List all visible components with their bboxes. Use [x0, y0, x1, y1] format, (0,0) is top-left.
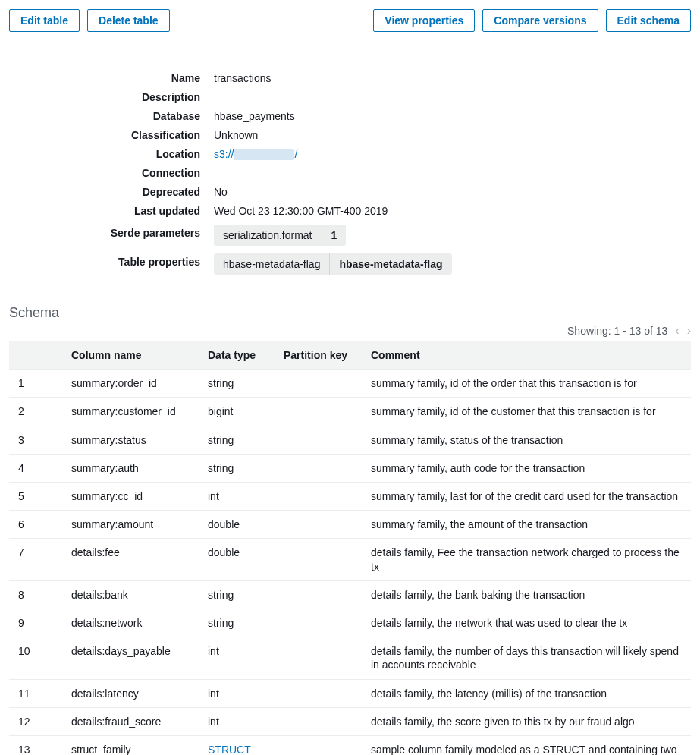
table-metadata: Name transactions Description Database h…	[9, 70, 691, 275]
cell-comment: details family, Fee the transaction netw…	[362, 539, 691, 580]
cell-partition-key	[275, 637, 362, 679]
cell-index: 3	[9, 426, 62, 454]
cell-column-name: details:fraud_score	[62, 707, 199, 735]
meta-label-location: Location	[9, 146, 214, 160]
cell-index: 5	[9, 483, 62, 511]
cell-index: 6	[9, 511, 62, 539]
serde-param-key: serialization.format	[214, 225, 322, 246]
cell-column-name: summary:cc_id	[62, 483, 199, 511]
table-row: 8details:bankstringdetails family, the b…	[9, 580, 691, 609]
delete-table-button[interactable]: Delete table	[87, 9, 170, 32]
pager-next-icon[interactable]: ›	[687, 324, 691, 338]
cell-partition-key	[275, 483, 362, 511]
cell-comment: details family, the latency (millis) of …	[362, 679, 691, 707]
toolbar: Edit table Delete table View properties …	[9, 9, 691, 32]
view-properties-button[interactable]: View properties	[373, 9, 475, 32]
cell-index: 7	[9, 539, 62, 580]
cell-column-name: summary:status	[62, 426, 199, 454]
col-header-partition-key[interactable]: Partition key	[275, 341, 362, 370]
cell-data-type: int	[199, 483, 275, 511]
cell-comment: summary family, id of the customer that …	[362, 398, 691, 426]
table-row: 4summary:authstringsummary family, auth …	[9, 454, 691, 482]
meta-label-table-properties: Table properties	[9, 253, 214, 268]
table-row: 10details:days_payableintdetails family,…	[9, 637, 691, 679]
meta-value-last-updated: Wed Oct 23 12:30:00 GMT-400 2019	[214, 203, 691, 217]
cell-data-type: double	[199, 511, 275, 539]
cell-comment: summary family, auth code for the transa…	[362, 454, 691, 482]
table-property-tag: hbase-metadata-flag hbase-metadata-flag	[214, 253, 452, 275]
schema-table: Column name Data type Partition key Comm…	[9, 341, 691, 755]
cell-column-name: summary:order_id	[62, 370, 199, 398]
cell-index: 4	[9, 454, 62, 482]
edit-table-button[interactable]: Edit table	[9, 9, 80, 32]
cell-index: 1	[9, 370, 62, 398]
col-header-column-name[interactable]: Column name	[62, 341, 199, 370]
cell-data-type: string	[199, 609, 275, 637]
cell-partition-key	[275, 609, 362, 637]
col-header-comment[interactable]: Comment	[362, 341, 691, 370]
table-row: 3summary:statusstringsummary family, sta…	[9, 426, 691, 454]
meta-value-location: s3:///	[214, 146, 691, 160]
table-row: 7details:feedoubledetails family, Fee th…	[9, 539, 691, 580]
cell-data-type: string	[199, 580, 275, 609]
schema-header-row: Column name Data type Partition key Comm…	[9, 341, 691, 370]
cell-index: 12	[9, 707, 62, 735]
cell-partition-key	[275, 735, 362, 755]
cell-column-name: details:days_payable	[62, 637, 199, 679]
meta-value-connection	[214, 165, 691, 167]
cell-partition-key	[275, 679, 362, 707]
meta-value-serde-parameters: serialization.format 1	[214, 225, 691, 246]
col-header-data-type[interactable]: Data type	[199, 341, 275, 370]
cell-index: 9	[9, 609, 62, 637]
cell-data-type: int	[199, 679, 275, 707]
meta-label-database: Database	[9, 108, 214, 122]
table-row: 1summary:order_idstringsummary family, i…	[9, 370, 691, 398]
cell-comment: sample column family modeled as a STRUCT…	[362, 735, 691, 755]
cell-partition-key	[275, 370, 362, 398]
toolbar-left: Edit table Delete table	[9, 9, 170, 32]
cell-data-type[interactable]: STRUCT	[199, 735, 275, 755]
pager-text: Showing: 1 - 13 of 13	[567, 325, 667, 337]
cell-column-name: details:latency	[62, 679, 199, 707]
cell-data-type: string	[199, 454, 275, 482]
meta-value-deprecated: No	[214, 184, 691, 198]
meta-value-description	[214, 89, 691, 91]
cell-comment: details family, the network that was use…	[362, 609, 691, 637]
cell-data-type: bigint	[199, 398, 275, 426]
location-prefix: s3://	[214, 148, 234, 160]
cell-column-name: details:fee	[62, 539, 199, 580]
location-link[interactable]: s3:///	[214, 148, 297, 160]
cell-column-name: summary:auth	[62, 454, 199, 482]
table-row: 9details:networkstringdetails family, th…	[9, 609, 691, 637]
cell-data-type: double	[199, 539, 275, 580]
meta-label-connection: Connection	[9, 165, 214, 179]
cell-column-name: struct_family	[62, 735, 199, 755]
edit-schema-button[interactable]: Edit schema	[606, 9, 691, 32]
cell-column-name: summary:amount	[62, 511, 199, 539]
serde-param-value: 1	[322, 225, 347, 246]
compare-versions-button[interactable]: Compare versions	[482, 9, 598, 32]
meta-value-table-properties: hbase-metadata-flag hbase-metadata-flag	[214, 253, 691, 275]
cell-data-type: string	[199, 426, 275, 454]
cell-partition-key	[275, 511, 362, 539]
table-property-value: hbase-metadata-flag	[329, 253, 451, 275]
cell-partition-key	[275, 454, 362, 482]
cell-index: 10	[9, 637, 62, 679]
pager: Showing: 1 - 13 of 13 ‹ ›	[9, 324, 691, 338]
cell-column-name: details:bank	[62, 580, 199, 609]
cell-comment: summary family, last for of the credit c…	[362, 483, 691, 511]
col-header-index	[9, 341, 62, 370]
toolbar-right: View properties Compare versions Edit sc…	[373, 9, 691, 32]
cell-comment: details family, the number of days this …	[362, 637, 691, 679]
meta-label-name: Name	[9, 70, 214, 84]
serde-param-tag: serialization.format 1	[214, 225, 346, 246]
table-row: 11details:latencyintdetails family, the …	[9, 679, 691, 707]
cell-partition-key	[275, 539, 362, 580]
meta-label-serde-parameters: Serde parameters	[9, 225, 214, 239]
table-row: 6summary:amountdoublesummary family, the…	[9, 511, 691, 539]
table-property-key: hbase-metadata-flag	[214, 253, 329, 275]
meta-label-deprecated: Deprecated	[9, 184, 214, 198]
cell-partition-key	[275, 707, 362, 735]
pager-prev-icon[interactable]: ‹	[675, 324, 679, 338]
cell-index: 13	[9, 735, 62, 755]
